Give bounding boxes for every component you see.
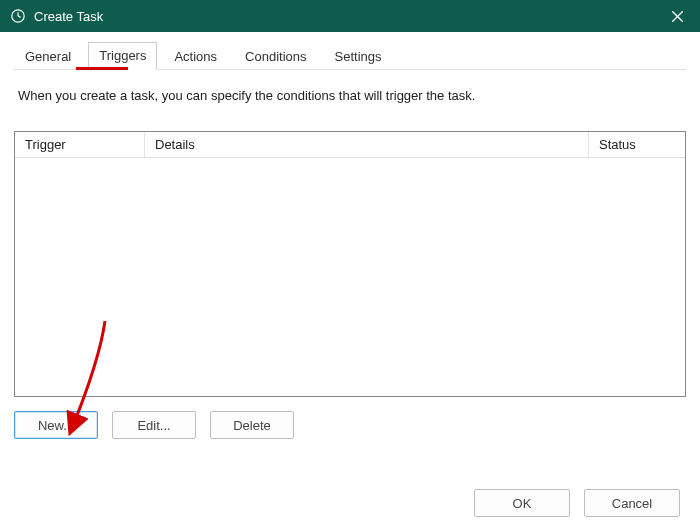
titlebar: Create Task: [0, 0, 700, 32]
close-button[interactable]: [655, 0, 700, 32]
column-details[interactable]: Details: [145, 132, 589, 157]
dialog-footer: OK Cancel: [474, 489, 680, 517]
tab-settings[interactable]: Settings: [324, 43, 393, 70]
ok-button[interactable]: OK: [474, 489, 570, 517]
cancel-button[interactable]: Cancel: [584, 489, 680, 517]
tab-triggers[interactable]: Triggers: [88, 42, 157, 70]
edit-button[interactable]: Edit...: [112, 411, 196, 439]
delete-button[interactable]: Delete: [210, 411, 294, 439]
clock-icon: [10, 8, 26, 24]
tab-bar: General Triggers Actions Conditions Sett…: [14, 42, 686, 70]
window-title: Create Task: [34, 9, 103, 24]
annotation-underline: [76, 67, 128, 70]
column-status[interactable]: Status: [589, 132, 685, 157]
triggers-table: Trigger Details Status: [14, 131, 686, 397]
svg-line-2: [18, 16, 21, 17]
tab-description: When you create a task, you can specify …: [14, 74, 686, 113]
tab-actions[interactable]: Actions: [163, 43, 228, 70]
tab-general[interactable]: General: [14, 43, 82, 70]
trigger-buttons: New... Edit... Delete: [14, 411, 686, 439]
table-header: Trigger Details Status: [15, 132, 685, 158]
tab-conditions[interactable]: Conditions: [234, 43, 317, 70]
dialog-content: General Triggers Actions Conditions Sett…: [0, 32, 700, 439]
column-trigger[interactable]: Trigger: [15, 132, 145, 157]
new-button[interactable]: New...: [14, 411, 98, 439]
